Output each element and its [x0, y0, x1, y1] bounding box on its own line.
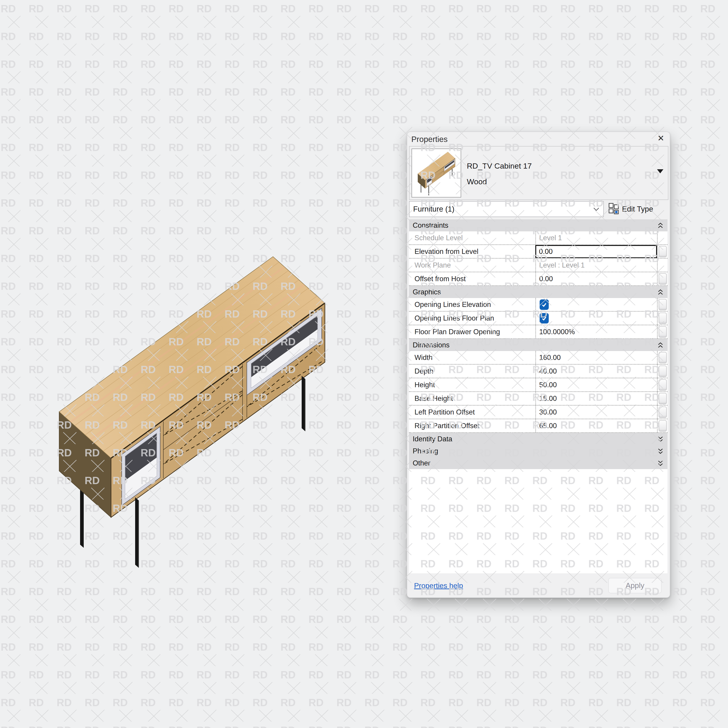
property-row: Left Partition Offset30.00 [409, 405, 667, 419]
type-selector[interactable]: RD_TV Cabinet 17 Wood [409, 146, 668, 200]
type-text: RD_TV Cabinet 17 Wood [467, 162, 532, 186]
associate-parameter-button[interactable] [659, 379, 667, 391]
property-label: Schedule Level [409, 231, 535, 244]
property-row: Offset from Host0.00 [409, 272, 667, 286]
property-label: Floor Plan Drawer Opening [409, 325, 535, 338]
property-value-cell: 0.00 [535, 245, 657, 258]
property-row: Schedule LevelLevel 1 [409, 231, 667, 245]
double-chevron-up-icon [657, 222, 664, 229]
property-grid: ConstraintsSchedule LevelLevel 1Elevatio… [409, 219, 667, 573]
property-value[interactable]: 15.00 [535, 392, 657, 405]
property-value[interactable]: 0.00 [535, 272, 657, 285]
close-icon[interactable]: ✕ [658, 134, 664, 142]
active-edit-field[interactable]: 0.00 [535, 245, 657, 258]
panel-footer: Properties help Apply [407, 574, 670, 597]
property-row: Width160.00 [409, 351, 667, 365]
dropdown-arrow-icon [657, 169, 664, 173]
type-name: Wood [467, 177, 532, 186]
property-value-cell [535, 298, 657, 311]
screenshot-stage: Properties ✕ RD_TV Cabinet 17 Wood Furni… [0, 0, 728, 728]
property-value-text: 160.00 [539, 353, 561, 362]
double-chevron-up-icon [657, 289, 664, 296]
double-chevron-up-icon [657, 341, 664, 349]
double-chevron-down-icon [657, 460, 664, 467]
edit-type-label: Edit Type [622, 205, 653, 213]
associate-parameter-cell [657, 272, 667, 285]
chevron-down-icon [593, 205, 600, 213]
checkbox-checked[interactable] [540, 313, 549, 324]
properties-help-link[interactable]: Properties help [414, 581, 463, 590]
panel-title: Properties [411, 135, 448, 144]
section-title: Dimensions [413, 341, 450, 349]
property-value-text: 100.0000% [539, 328, 575, 336]
associate-parameter-button[interactable] [659, 326, 667, 338]
associate-parameter-cell [657, 245, 667, 258]
associate-parameter-button[interactable] [659, 407, 667, 418]
associate-parameter-cell [657, 365, 667, 378]
associate-parameter-button[interactable] [659, 366, 667, 377]
property-value: 0.00 [539, 248, 553, 256]
property-row: Opening Lines Floor Plan [409, 312, 667, 325]
associate-parameter-cell [657, 378, 667, 391]
associate-parameter-cell [657, 405, 667, 419]
property-value: Level : Level 1 [535, 258, 657, 272]
property-label: Height [409, 378, 535, 391]
associate-parameter-button[interactable] [659, 352, 667, 363]
associate-parameter-button[interactable] [659, 420, 667, 431]
associate-parameter-button[interactable] [659, 299, 667, 310]
associate-parameter-cell [657, 312, 667, 325]
property-row: Work PlaneLevel : Level 1 [409, 258, 667, 272]
properties-panel: Properties ✕ RD_TV Cabinet 17 Wood Furni… [407, 132, 670, 598]
property-label: Work Plane [409, 258, 535, 272]
section-header-dimensions[interactable]: Dimensions [409, 339, 667, 351]
associate-parameter-button[interactable] [659, 246, 667, 257]
section-header-phasing[interactable]: Phasing [409, 445, 667, 457]
property-value[interactable]: 40.00 [535, 365, 657, 378]
section-title: Phasing [413, 447, 438, 455]
property-value[interactable]: 100.0000% [535, 325, 657, 338]
associate-parameter-button[interactable] [659, 313, 667, 324]
property-label: Width [409, 351, 535, 364]
property-row: Elevation from Level0.00 [409, 245, 667, 258]
property-row: Base Height15.00 [409, 392, 667, 405]
double-chevron-down-icon [657, 448, 664, 455]
property-value[interactable]: 30.00 [535, 405, 657, 419]
property-label: Opening Lines Floor Plan [409, 312, 535, 325]
section-header-constraints[interactable]: Constraints [409, 219, 667, 231]
section-header-identity[interactable]: Identity Data [409, 433, 667, 445]
property-label: Elevation from Level [409, 245, 535, 258]
section-header-other[interactable]: Other [409, 457, 667, 469]
associate-parameter-button[interactable] [659, 393, 667, 404]
property-value[interactable]: 65.00 [535, 419, 657, 432]
associate-parameter-cell [657, 419, 667, 432]
property-label: Right Partition Offset [409, 419, 535, 432]
property-value-text: Level : Level 1 [539, 261, 585, 269]
associate-parameter-cell [657, 298, 667, 311]
associate-parameter-cell [657, 325, 667, 338]
property-value-text: 50.00 [539, 381, 557, 389]
associate-parameter-cell [657, 258, 667, 272]
family-name: RD_TV Cabinet 17 [467, 162, 532, 170]
property-label: Left Partition Offset [409, 405, 535, 419]
property-label: Offset from Host [409, 272, 535, 285]
property-row: Depth40.00 [409, 365, 667, 378]
property-value-text: Level 1 [539, 234, 562, 242]
section-header-graphics[interactable]: Graphics [409, 286, 667, 298]
category-filter-combobox[interactable]: Furniture (1) [409, 201, 604, 217]
property-row: Opening Lines Elevation [409, 298, 667, 312]
associate-parameter-button[interactable] [659, 273, 667, 284]
property-value[interactable]: 50.00 [535, 378, 657, 391]
edit-type-icon [608, 203, 619, 216]
edit-type-button[interactable]: Edit Type [608, 202, 653, 217]
property-row: Floor Plan Drawer Opening100.0000% [409, 325, 667, 339]
apply-button[interactable]: Apply [608, 578, 662, 593]
property-row: Height50.00 [409, 378, 667, 392]
property-value[interactable]: 160.00 [535, 351, 657, 364]
property-value-text: 30.00 [539, 408, 557, 416]
type-preview-image [411, 148, 461, 197]
section-title: Identity Data [413, 435, 452, 443]
property-value: Level 1 [535, 231, 657, 244]
property-label: Opening Lines Elevation [409, 298, 535, 311]
category-filter-value: Furniture (1) [413, 205, 454, 213]
checkbox-checked[interactable] [540, 300, 549, 310]
